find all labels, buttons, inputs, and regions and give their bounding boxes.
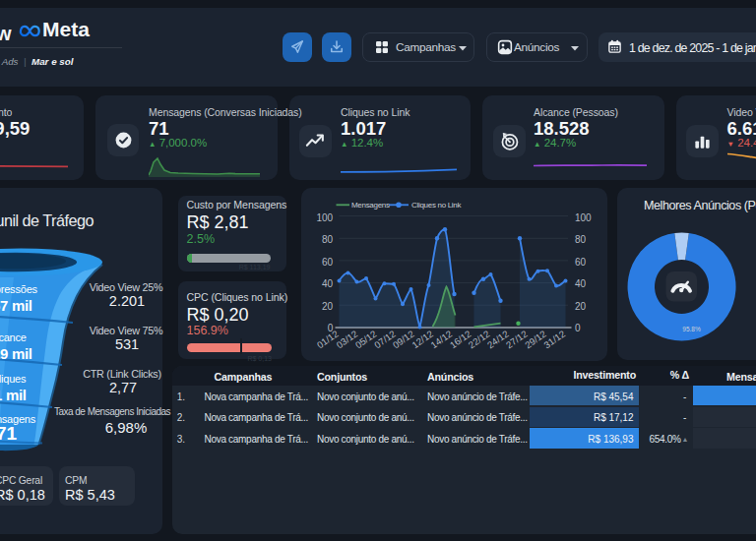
svg-text:40: 40 <box>575 278 587 289</box>
svg-text:0: 0 <box>575 323 581 333</box>
svg-text:100: 100 <box>316 212 333 223</box>
svg-text:20: 20 <box>322 301 334 312</box>
svg-text:20: 20 <box>575 301 587 312</box>
svg-text:Cliques no Link: Cliques no Link <box>411 201 462 210</box>
svg-text:95.8%: 95.8% <box>682 326 701 332</box>
svg-text:100: 100 <box>575 212 592 223</box>
svg-text:Mensagens: Mensagens <box>351 201 390 210</box>
svg-text:31/12: 31/12 <box>541 329 567 351</box>
svg-text:60: 60 <box>575 257 587 268</box>
svg-text:40: 40 <box>322 278 334 289</box>
svg-text:80: 80 <box>322 234 334 245</box>
svg-text:60: 60 <box>322 257 334 268</box>
svg-text:80: 80 <box>575 234 587 245</box>
